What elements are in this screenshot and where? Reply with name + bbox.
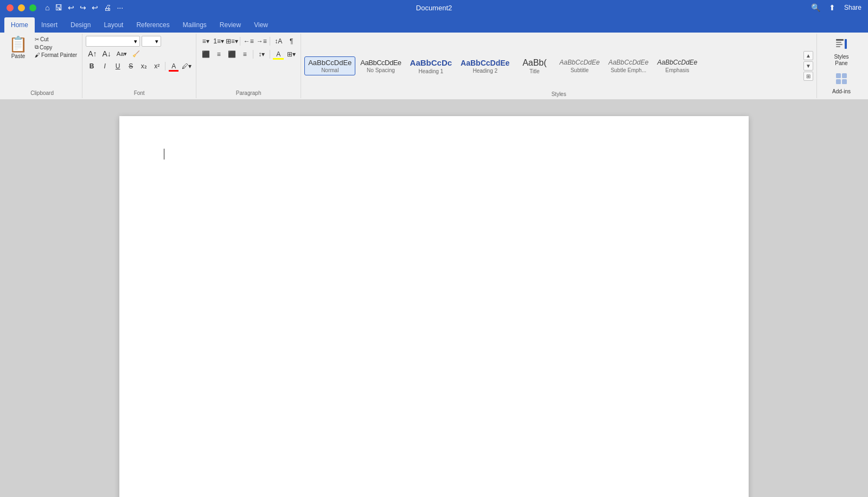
close-button[interactable] [7, 4, 14, 11]
copy-icon: ⧉ [35, 44, 39, 50]
svg-rect-4 [845, 39, 847, 49]
undo2-icon[interactable]: ↩ [92, 3, 98, 12]
style-heading2-label: Heading 2 [473, 68, 497, 74]
style-no-spacing-preview: AaBbCcDdEe [360, 59, 401, 68]
tab-home[interactable]: Home [4, 17, 35, 33]
multilevel-list-button[interactable]: ⊞≡▾ [226, 36, 238, 47]
justify-button[interactable]: ≡ [239, 49, 251, 60]
document-page[interactable] [119, 116, 749, 497]
numbering-button[interactable]: 1≡▾ [213, 36, 225, 47]
font-shrink-button[interactable]: A↓ [100, 49, 113, 59]
style-emphasis[interactable]: AaBbCcDdEe Emphasis [653, 56, 701, 75]
redo-icon[interactable]: ↪ [80, 3, 86, 12]
increase-indent-button[interactable]: →≡ [256, 36, 267, 47]
svg-rect-5 [836, 73, 841, 78]
clipboard-group: 📋 Paste ✂ Cut ⧉ Copy 🖌 Format Painter Cl… [2, 34, 82, 98]
minimize-button[interactable] [18, 4, 25, 11]
tab-design[interactable]: Design [64, 17, 97, 33]
bold-button[interactable]: B [86, 61, 98, 72]
font-color-button[interactable]: A [168, 61, 180, 72]
cut-button[interactable]: ✂ Cut [33, 36, 79, 43]
tab-view[interactable]: View [247, 17, 275, 33]
styles-group: AaBbCcDdEe Normal AaBbCcDdEe No Spacing … [301, 34, 817, 98]
svg-rect-8 [842, 79, 847, 84]
font-size-select[interactable]: ▾ [142, 36, 161, 47]
styles-gallery: AaBbCcDdEe Normal AaBbCcDdEe No Spacing … [304, 55, 801, 77]
font-group-label: Font [134, 89, 145, 96]
font-color-icon: A [171, 62, 176, 70]
gallery-up-button[interactable]: ▲ [803, 51, 813, 60]
sep2 [240, 37, 240, 46]
maximize-button[interactable] [29, 4, 36, 11]
font-size-arrow: ▾ [155, 38, 158, 45]
paragraph-mark-button[interactable]: ¶ [285, 36, 297, 47]
style-heading2-preview: AaBbCcDdEe [461, 58, 509, 68]
gallery-down-button[interactable]: ▼ [803, 61, 813, 71]
tab-review[interactable]: Review [213, 17, 247, 33]
tab-references[interactable]: References [130, 17, 176, 33]
style-normal[interactable]: AaBbCcDdEe Normal [304, 56, 355, 76]
format-painter-icon: 🖌 [35, 52, 40, 58]
strikethrough-button[interactable]: S [125, 61, 137, 72]
style-subtitle-label: Subtitle [571, 67, 589, 73]
print-icon[interactable]: 🖨 [104, 3, 111, 12]
decrease-indent-button[interactable]: ←≡ [242, 36, 254, 47]
svg-rect-3 [836, 46, 840, 47]
gallery-more-button[interactable]: ⊞ [803, 72, 813, 81]
font-grow-button[interactable]: A↑ [86, 49, 99, 59]
style-normal-label: Normal [321, 67, 339, 73]
subscript-button[interactable]: x₂ [138, 61, 150, 72]
more-icon[interactable]: ··· [117, 3, 123, 12]
document-title: Document2 [416, 4, 452, 12]
sort-button[interactable]: ↕A [272, 36, 284, 47]
font-color-indicator [169, 70, 178, 72]
superscript-button[interactable]: x² [151, 61, 163, 72]
tab-layout[interactable]: Layout [97, 17, 130, 33]
style-subtle-emph-label: Subtle Emph... [611, 67, 647, 73]
format-painter-button[interactable]: 🖌 Format Painter [33, 52, 79, 59]
style-subtitle[interactable]: AaBbCcDdEe Subtitle [556, 56, 603, 75]
bullets-button[interactable]: ≡▾ [200, 36, 212, 47]
align-center-button[interactable]: ≡ [213, 49, 225, 60]
font-name-select[interactable]: ▾ [86, 36, 140, 47]
share-icon[interactable]: ⬆ [829, 3, 835, 12]
align-left-button[interactable]: ⬛ [200, 49, 212, 60]
styles-pane-button[interactable]: StylesPane [829, 36, 853, 68]
add-ins-button[interactable]: Add-ins [828, 71, 855, 96]
search-icon[interactable]: 🔍 [811, 3, 820, 12]
paste-icon: 📋 [9, 37, 28, 52]
document-area [0, 100, 868, 497]
tab-insert[interactable]: Insert [35, 17, 64, 33]
highlight-color-button[interactable]: 🖊▾ [181, 61, 193, 72]
border-button[interactable]: ⊞▾ [285, 49, 297, 60]
underline-button[interactable]: U [112, 61, 124, 72]
style-title[interactable]: AaBb( Title [514, 55, 554, 77]
svg-rect-6 [842, 73, 847, 78]
separator [165, 62, 165, 71]
line-spacing-button[interactable]: ↕▾ [256, 49, 267, 60]
tab-mailings[interactable]: Mailings [176, 17, 213, 33]
home-icon[interactable]: ⌂ [45, 3, 49, 12]
undo-icon[interactable]: ↩ [68, 3, 74, 12]
paste-button[interactable]: 📋 Paste [5, 36, 31, 60]
paste-label: Paste [11, 53, 25, 59]
share-label[interactable]: Share [844, 4, 861, 11]
gallery-arrows: ▲ ▼ ⊞ [803, 51, 813, 81]
style-heading1[interactable]: AaBbCcDc Heading 1 [406, 55, 456, 77]
change-case-button[interactable]: Aa▾ [114, 50, 129, 58]
save-icon[interactable]: 🖫 [55, 3, 62, 12]
italic-button[interactable]: I [99, 61, 111, 72]
style-heading1-preview: AaBbCcDc [410, 58, 452, 68]
style-subtle-emph[interactable]: AaBbCcDdEe Subtle Emph... [604, 56, 652, 75]
copy-button[interactable]: ⧉ Copy [33, 43, 79, 51]
style-no-spacing[interactable]: AaBbCcDdEe No Spacing [356, 56, 405, 76]
clear-format-button[interactable]: 🧹 [130, 50, 142, 58]
add-ins-icon [835, 72, 848, 88]
window-controls [7, 4, 36, 11]
right-ribbon-group: StylesPane Add-ins [817, 34, 866, 98]
shading-button[interactable]: A [272, 49, 284, 60]
paragraph-group-label: Paragraph [236, 89, 261, 96]
style-heading2[interactable]: AaBbCcDdEe Heading 2 [457, 56, 513, 76]
style-subtitle-preview: AaBbCcDdEe [559, 59, 599, 67]
align-right-button[interactable]: ⬛ [226, 49, 238, 60]
